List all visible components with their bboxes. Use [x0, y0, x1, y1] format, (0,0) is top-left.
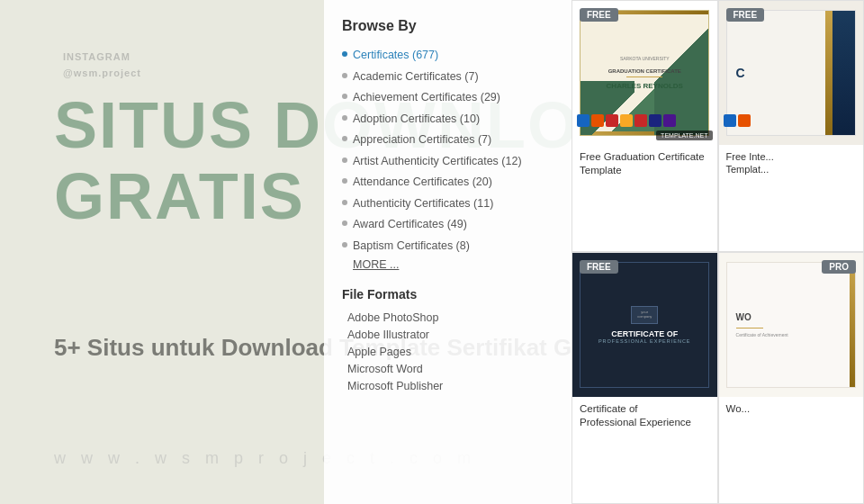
browse-item-artist[interactable]: Artist Authenticity Certificates (12) — [342, 151, 554, 173]
card-thumb-1: SARKOTA UNIVERSITY GRADUATION CERTIFICAT… — [572, 1, 717, 145]
browse-item-academic[interactable]: Academic Certificates (7) — [342, 67, 554, 88]
browse-item-award[interactable]: Award Certificates (49) — [342, 214, 554, 236]
item-dot — [342, 94, 347, 99]
cert-of-text: CERTIFICATE OF — [611, 329, 678, 338]
uni-name: SARKOTA UNIVERSITY — [620, 56, 670, 61]
browse-item-achievement[interactable]: Achievement Certificates (29) — [342, 87, 554, 109]
browse-item-authenticity[interactable]: Authenticity Certificates (11) — [342, 194, 554, 215]
afinity-icon — [663, 114, 676, 127]
format-publisher[interactable]: Microsoft Publisher — [342, 377, 554, 394]
item-dot — [342, 158, 347, 163]
card-label-1: Free Graduation Certificate Template — [572, 145, 717, 184]
browse-item-certificates[interactable]: Certificates (677) — [342, 45, 554, 67]
item-dot — [342, 73, 347, 78]
browse-title: Browse By — [342, 18, 554, 34]
cert-prof-preview: yourcompany CERTIFICATE OF PROFESSIONAL … — [580, 262, 709, 388]
word-icon — [577, 114, 590, 127]
pages-icon — [620, 114, 633, 127]
formats-title: File Formats — [342, 287, 554, 302]
free-badge-1: FREE — [580, 8, 618, 22]
browse-panel: Browse By Certificates (677) Academic Ce… — [324, 0, 572, 504]
item-dot — [342, 242, 347, 248]
pro-badge: PRO — [822, 260, 856, 274]
ps-icon — [606, 114, 618, 127]
free-badge-3: FREE — [580, 260, 618, 274]
card-thumb-4: WO Certificate of Achievement — [719, 253, 864, 397]
card-graduation[interactable]: FREE SARKOTA UNIVERSITY GRADUATION CERTI… — [572, 0, 718, 252]
item-dot — [342, 220, 347, 226]
cert-title-preview: GRADUATION CERTIFICATE — [608, 68, 681, 74]
browse-item-adoption[interactable]: Adoption Certificates (10) — [342, 109, 554, 130]
card-top-right[interactable]: FREE C Free Inte...Templat... — [718, 0, 865, 252]
active-dot — [342, 51, 347, 57]
card-label-2: Free Inte...Templat... — [719, 145, 864, 184]
card-label-4: Wo... — [719, 397, 864, 423]
card-pro[interactable]: PRO WO Certificate of Achievement Wo... — [718, 252, 865, 504]
item-dot — [342, 136, 347, 141]
browse-more-link[interactable]: MORE ... — [342, 258, 554, 271]
cards-area: FREE SARKOTA UNIVERSITY GRADUATION CERTI… — [572, 0, 864, 504]
free-badge-2: FREE — [726, 8, 765, 22]
watermark-overlay — [0, 0, 324, 504]
browse-item-appreciation[interactable]: Appreciation Certificates (7) — [342, 130, 554, 151]
card-thumb-2: C — [719, 1, 864, 145]
template-net-badge: TEMPLATE.NET — [656, 130, 712, 140]
ai-icon — [591, 114, 604, 127]
browse-item-attendance[interactable]: Attendance Certificates (20) — [342, 172, 554, 194]
item-dot — [342, 115, 347, 121]
pub-icon — [634, 114, 647, 127]
format-illustrator[interactable]: Adobe Illustrator — [342, 326, 554, 343]
indd-icon — [649, 114, 662, 127]
cert-name-preview: CHARLES REYNOLDS — [607, 82, 683, 90]
item-dot — [342, 200, 347, 205]
card-professional[interactable]: FREE yourcompany CERTIFICATE OF PROFESSI… — [572, 252, 718, 504]
cert-of-sub-text: PROFESSIONAL EXPERIENCE — [598, 338, 691, 344]
app-icons-row — [577, 114, 676, 127]
card-label-3: Certificate ofProfessional Experience — [572, 397, 717, 436]
format-word[interactable]: Microsoft Word — [342, 360, 554, 377]
item-dot — [342, 178, 347, 184]
browse-item-baptism[interactable]: Baptism Certificates (8) — [342, 236, 554, 257]
format-apple-pages[interactable]: Apple Pages — [342, 343, 554, 360]
format-photoshop[interactable]: Adobe PhotoShop — [342, 309, 554, 326]
card-thumb-3: yourcompany CERTIFICATE OF PROFESSIONAL … — [572, 253, 717, 397]
